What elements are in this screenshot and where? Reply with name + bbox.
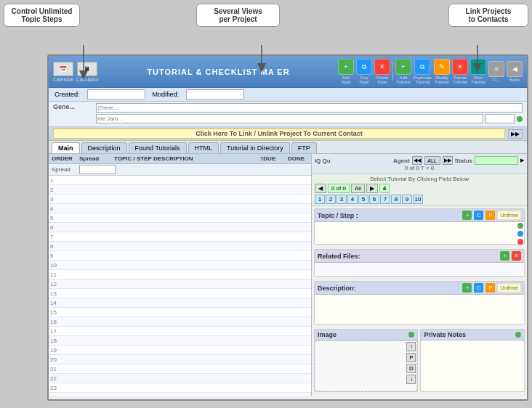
topic-rows: 1 2 3 4 5 (49, 176, 311, 396)
number-btn[interactable]: 6 (369, 195, 379, 204)
add-tutorial-button[interactable]: + (395, 59, 411, 75)
iq-label: IQ Qu (315, 158, 331, 164)
topic-row[interactable]: 9 (49, 251, 311, 261)
img-d-btn[interactable]: D (406, 364, 416, 373)
row-order-num: 4 (50, 205, 76, 212)
row-order-num: 2 (50, 187, 76, 193)
topic-row[interactable]: 16 (49, 317, 311, 327)
general-fields: (Gene... the Jam... (96, 103, 523, 123)
row-order-num: 13 (50, 290, 76, 297)
img-p-btn[interactable]: P (406, 353, 416, 362)
tab-tutorial-in-directory[interactable]: Tutorial in Directory (220, 142, 290, 153)
selector-prev[interactable]: ◀ (315, 184, 326, 193)
duplicate-tutorial-button[interactable]: ⧉ (414, 59, 430, 75)
tab-ftp[interactable]: FTP (291, 142, 317, 153)
row-order-num: 23 (50, 385, 76, 391)
topic-row[interactable]: 4 (49, 204, 311, 213)
image-panel-header: Image (315, 330, 418, 340)
img-down-btn[interactable]: ↓ (406, 375, 416, 384)
link-nav-button[interactable]: ▶▶ (508, 129, 523, 139)
row-order-num: 14 (50, 300, 76, 306)
topic-row[interactable]: 21 (49, 364, 311, 374)
topic-row[interactable]: 12 (49, 280, 311, 289)
description-title: Description: (318, 285, 461, 292)
row-order-num: 12 (50, 281, 76, 287)
number-btn[interactable]: 2 (326, 195, 336, 204)
general-field-2[interactable]: the Jam... (96, 114, 483, 123)
number-btn[interactable]: 5 (358, 195, 368, 204)
number-btn[interactable]: 1 (315, 195, 325, 204)
topic-row[interactable]: 5 (49, 213, 311, 223)
img-up-btn[interactable]: ↑ (406, 342, 416, 351)
general-field-sm[interactable] (485, 114, 515, 123)
dot-blue-1 (517, 231, 523, 237)
topic-row[interactable]: 13 (49, 289, 311, 298)
back-button[interactable]: ◀ (507, 61, 523, 77)
tab-main[interactable]: Main (52, 142, 80, 153)
tab-html[interactable]: HTML (188, 142, 219, 153)
general-label: Gene... (53, 103, 93, 110)
modified-field[interactable] (186, 89, 244, 99)
description-add[interactable]: + (462, 283, 472, 293)
number-btn[interactable]: 7 (380, 195, 390, 204)
topic-row[interactable]: 18 (49, 336, 311, 346)
related-files-add[interactable]: + (500, 251, 509, 261)
topic-row[interactable]: 17 (49, 327, 311, 336)
topic-step-copy[interactable]: C (474, 211, 483, 220)
topic-row[interactable]: 7 (49, 232, 311, 242)
topic-row[interactable]: 19 (49, 346, 311, 355)
topic-step-content[interactable] (315, 222, 524, 244)
general-field-row-2: the Jam... (96, 114, 523, 123)
topic-row[interactable]: 15 (49, 308, 311, 317)
related-files-content (315, 263, 524, 276)
add-topic-button[interactable]: + (338, 59, 354, 75)
spread-input[interactable] (79, 165, 116, 174)
topic-row[interactable]: 22 (49, 374, 311, 383)
tutorial-selector: Select Tutorial By Clicking Field Below … (312, 174, 527, 206)
description-edit[interactable]: P (485, 283, 495, 293)
topic-row[interactable]: 1 (49, 176, 311, 185)
topic-row[interactable]: 23 (49, 383, 311, 393)
tab-found-tutorials[interactable]: Found Tutorials (129, 142, 187, 153)
row-order-num: 3 (50, 196, 76, 203)
nav-next-next[interactable]: ▶▶ (443, 156, 453, 165)
created-field[interactable] (87, 89, 145, 99)
number-btn[interactable]: 10 (413, 195, 423, 204)
topic-row[interactable]: 24 (49, 393, 311, 396)
description-unifrme-label: Unifrme (497, 283, 521, 293)
number-btn[interactable]: 4 (347, 195, 358, 204)
topic-row[interactable]: 6 (49, 223, 311, 232)
delete-topic-button[interactable]: ✕ (374, 59, 390, 75)
col-header-due: †DUE (260, 155, 286, 162)
created-label: Created: (55, 91, 80, 98)
related-files-delete[interactable]: ✕ (512, 251, 521, 261)
selector-all[interactable]: All (351, 184, 365, 193)
number-btn[interactable]: 9 (402, 195, 412, 204)
private-status-dot (515, 332, 521, 338)
topic-row[interactable]: 14 (49, 298, 311, 308)
link-unlink-button[interactable]: Click Here To Link / Unlink Project To C… (53, 128, 505, 139)
modify-tutorial-button[interactable]: ✎ (434, 59, 450, 75)
topic-row[interactable]: 3 (49, 195, 311, 204)
topic-step-edit[interactable]: P (485, 211, 495, 220)
number-btn[interactable]: 8 (391, 195, 401, 204)
topic-row[interactable]: 20 (49, 355, 311, 364)
general-field-1[interactable]: (Gene... (96, 103, 523, 113)
number-btn[interactable]: 3 (336, 195, 347, 204)
nav-prev-prev[interactable]: ◀◀ (412, 156, 422, 165)
topic-step-add[interactable]: + (462, 211, 472, 220)
topic-row[interactable]: 11 (49, 270, 311, 280)
private-notes-content[interactable] (421, 340, 524, 391)
duplicate-topic-button[interactable]: ⧉ (356, 59, 372, 75)
selector-next[interactable]: ▶ (366, 184, 378, 193)
arrow-center (247, 45, 276, 74)
topic-step-header: Topic / Step : + C P Unifrme (315, 209, 524, 222)
topic-row[interactable]: 10 (49, 261, 311, 270)
topic-row[interactable]: 8 (49, 242, 311, 251)
description-copy[interactable]: C (474, 283, 483, 293)
tab-description[interactable]: Description (81, 142, 127, 153)
description-content[interactable] (315, 295, 524, 324)
topic-row[interactable]: 2 (49, 185, 311, 195)
related-files-title: Related Files: (318, 253, 498, 260)
nav-all[interactable]: ALL (424, 156, 440, 165)
